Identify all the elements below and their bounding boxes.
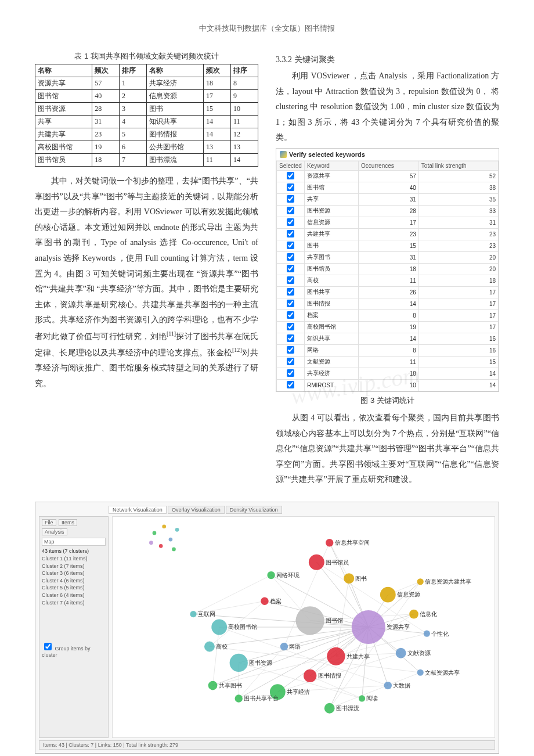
table-cell: 3: [120, 103, 147, 116]
keyword-checkbox[interactable]: [287, 242, 294, 249]
keyword-checkbox[interactable]: [287, 172, 294, 179]
ref-12: [12]: [232, 347, 242, 353]
keyword-checkbox[interactable]: [287, 381, 294, 388]
fig4-canvas[interactable]: 信息共享空间图书馆员网络环境图书资源共享图书馆共建共享信息资源信息化文献资源信息…: [112, 516, 495, 738]
network-node[interactable]: [380, 587, 396, 603]
select-cell[interactable]: [277, 309, 305, 321]
network-node[interactable]: [230, 654, 248, 672]
keyword-checkbox[interactable]: [287, 300, 294, 307]
select-cell[interactable]: [277, 217, 305, 228]
tab-overlay[interactable]: Overlay Visualization: [168, 506, 225, 514]
cluster-item[interactable]: Cluster 2 (7 items): [42, 563, 106, 570]
network-node[interactable]: [396, 648, 406, 658]
menu-items[interactable]: Items: [59, 519, 77, 526]
right-para-2: 从图 4 可以看出，依次查看每个聚类，国内目前共享图书领域核心内容基本上可以划分…: [276, 411, 499, 488]
keyword-checkbox[interactable]: [287, 265, 294, 272]
table-cell: 高校图书馆: [304, 321, 358, 333]
keyword-checkbox[interactable]: [287, 311, 294, 319]
keyword-checkbox[interactable]: [287, 183, 294, 191]
select-cell[interactable]: [277, 368, 305, 379]
keyword-checkbox[interactable]: [287, 276, 294, 284]
network-node[interactable]: [417, 578, 424, 585]
cluster-item[interactable]: Cluster 7 (4 items): [42, 599, 106, 607]
network-node[interactable]: [344, 573, 354, 584]
select-cell[interactable]: [277, 344, 305, 356]
select-cell[interactable]: [277, 205, 305, 217]
table1-h4: 名称: [146, 64, 203, 77]
cluster-item[interactable]: Cluster 6 (4 items): [42, 592, 106, 599]
network-node[interactable]: [384, 682, 392, 689]
table-row: 高校1118: [277, 275, 499, 286]
table-cell: 信息资源: [304, 217, 358, 228]
menu-file[interactable]: File: [42, 519, 56, 526]
select-cell[interactable]: [277, 321, 305, 333]
tab-density[interactable]: Density Visualization: [226, 506, 282, 514]
keyword-checkbox[interactable]: [287, 323, 294, 330]
network-node[interactable]: [280, 643, 288, 650]
select-cell[interactable]: [277, 240, 305, 251]
select-cell[interactable]: [277, 228, 305, 240]
network-node[interactable]: [235, 694, 243, 702]
select-cell[interactable]: [277, 251, 305, 263]
table-cell: 图书馆: [304, 182, 358, 193]
network-node[interactable]: [326, 539, 333, 546]
network-node-label: 图书馆: [326, 617, 343, 624]
select-cell[interactable]: [277, 170, 305, 182]
network-node[interactable]: [424, 631, 430, 637]
select-cell[interactable]: [277, 193, 305, 205]
keyword-checkbox[interactable]: [287, 369, 294, 377]
keyword-checkbox[interactable]: [287, 334, 294, 342]
select-cell[interactable]: [277, 356, 305, 368]
fig3-h4: Total link strength: [418, 161, 498, 170]
network-node[interactable]: [267, 571, 275, 579]
network-node[interactable]: [309, 555, 324, 570]
network-node[interactable]: [327, 647, 345, 665]
network-node[interactable]: [296, 606, 324, 635]
table-cell: 16: [418, 344, 498, 356]
keyword-checkbox[interactable]: [287, 230, 294, 237]
network-node[interactable]: [204, 642, 215, 652]
table-cell: 15: [359, 240, 419, 251]
select-cell[interactable]: [277, 263, 305, 275]
network-node[interactable]: [208, 681, 218, 690]
network-node[interactable]: [304, 669, 316, 682]
table-cell: 9: [231, 90, 258, 103]
table1-h2: 频次: [92, 64, 120, 77]
network-node[interactable]: [359, 695, 365, 701]
select-cell[interactable]: [277, 286, 305, 298]
tab-network[interactable]: Network Visualization: [109, 506, 167, 514]
group-by-cluster-checkbox[interactable]: [44, 643, 52, 650]
network-node[interactable]: [417, 669, 424, 676]
network-node[interactable]: [324, 703, 335, 714]
network-node[interactable]: [261, 597, 268, 605]
menu-analysis[interactable]: Analysis: [42, 528, 67, 535]
cluster-item[interactable]: Cluster 1 (11 items): [42, 555, 106, 563]
keyword-checkbox[interactable]: [287, 288, 294, 296]
keyword-checkbox[interactable]: [287, 253, 294, 261]
select-cell[interactable]: [277, 298, 305, 309]
keyword-checkbox[interactable]: [287, 358, 294, 365]
cluster-item[interactable]: Cluster 3 (6 items): [42, 570, 106, 577]
select-cell[interactable]: [277, 275, 305, 286]
network-node[interactable]: [190, 611, 196, 617]
cluster-item[interactable]: Cluster 4 (6 items): [42, 577, 106, 585]
table-row: 图书馆4038: [277, 182, 499, 193]
network-node[interactable]: [211, 620, 227, 635]
svg-point-50: [153, 531, 157, 535]
keyword-checkbox[interactable]: [287, 346, 294, 354]
network-node[interactable]: [352, 610, 385, 644]
table-cell: 资源共享: [304, 170, 358, 182]
keyword-checkbox[interactable]: [287, 218, 294, 226]
table-cell: 6: [120, 141, 147, 154]
select-cell[interactable]: [277, 333, 305, 344]
keyword-checkbox[interactable]: [287, 207, 294, 214]
keyword-checkbox[interactable]: [287, 195, 294, 203]
table-row: 高校图书馆1917: [277, 321, 499, 333]
table-cell: 57: [92, 77, 120, 90]
select-cell[interactable]: [277, 379, 305, 391]
select-cell[interactable]: [277, 182, 305, 193]
table-cell: 知识共享: [304, 333, 358, 344]
table-row: 共建共享235图书情报1412: [35, 128, 258, 141]
cluster-item[interactable]: Cluster 5 (5 items): [42, 584, 106, 592]
network-node[interactable]: [409, 610, 418, 619]
